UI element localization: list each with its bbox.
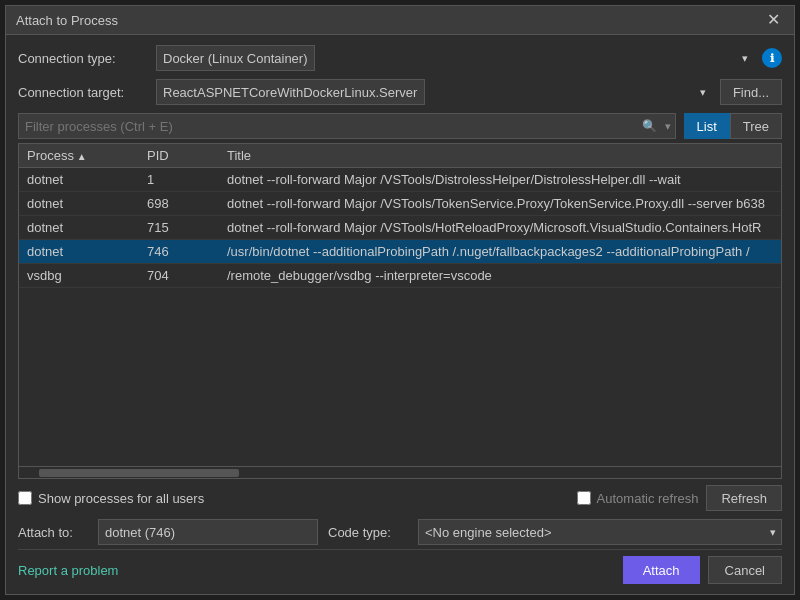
table-row[interactable]: dotnet 698 dotnet --roll-forward Major /… — [19, 192, 781, 216]
cell-process: dotnet — [19, 168, 139, 191]
table-header: Process PID Title — [19, 144, 781, 168]
bottom-controls: Show processes for all users Automatic r… — [18, 479, 782, 515]
column-header-title[interactable]: Title — [219, 144, 781, 167]
cell-pid: 698 — [139, 192, 219, 215]
search-icon: 🔍 — [638, 119, 661, 133]
attach-to-process-dialog: Attach to Process ✕ Connection type: Doc… — [5, 5, 795, 595]
dialog-title: Attach to Process — [16, 13, 118, 28]
list-view-button[interactable]: List — [684, 113, 730, 139]
connection-target-select[interactable]: ReactASPNETCoreWithDockerLinux.Server — [156, 79, 425, 105]
cell-title: /usr/bin/dotnet --additionalProbingPath … — [219, 240, 781, 263]
view-toggle: List Tree — [684, 113, 782, 139]
scrollbar-thumb — [39, 469, 239, 477]
find-button[interactable]: Find... — [720, 79, 782, 105]
code-type-label: Code type: — [328, 525, 408, 540]
attach-to-label: Attach to: — [18, 525, 88, 540]
table-row[interactable]: dotnet 746 /usr/bin/dotnet --additionalP… — [19, 240, 781, 264]
tree-view-button[interactable]: Tree — [730, 113, 782, 139]
table-row[interactable]: vsdbg 704 /remote_debugger/vsdbg --inter… — [19, 264, 781, 288]
dialog-body: Connection type: Docker (Linux Container… — [6, 35, 794, 594]
connection-target-label: Connection target: — [18, 85, 148, 100]
cell-process: dotnet — [19, 192, 139, 215]
cell-process: vsdbg — [19, 264, 139, 287]
refresh-group: Automatic refresh Refresh — [577, 485, 782, 511]
connection-target-row: Connection target: ReactASPNETCoreWithDo… — [18, 79, 782, 105]
cell-pid: 704 — [139, 264, 219, 287]
connection-type-select-wrapper: Docker (Linux Container) — [156, 45, 754, 71]
process-table: Process PID Title dotnet 1 dotnet --roll… — [18, 143, 782, 479]
show-all-users-checkbox[interactable] — [18, 491, 32, 505]
connection-type-row: Connection type: Docker (Linux Container… — [18, 45, 782, 71]
info-icon[interactable]: ℹ — [762, 48, 782, 68]
show-all-users-label: Show processes for all users — [38, 491, 204, 506]
filter-dropdown-button[interactable]: ▾ — [661, 120, 675, 133]
close-button[interactable]: ✕ — [763, 12, 784, 28]
refresh-button[interactable]: Refresh — [706, 485, 782, 511]
attach-to-row: Attach to: Code type: <No engine selecte… — [18, 515, 782, 549]
connection-type-select[interactable]: Docker (Linux Container) — [156, 45, 315, 71]
connection-target-select-wrapper: ReactASPNETCoreWithDockerLinux.Server — [156, 79, 712, 105]
code-type-select-wrapper: <No engine selected> — [418, 519, 782, 545]
table-body: dotnet 1 dotnet --roll-forward Major /VS… — [19, 168, 781, 466]
table-row[interactable]: dotnet 715 dotnet --roll-forward Major /… — [19, 216, 781, 240]
auto-refresh-checkbox[interactable] — [577, 491, 591, 505]
table-row[interactable]: dotnet 1 dotnet --roll-forward Major /VS… — [19, 168, 781, 192]
column-header-pid[interactable]: PID — [139, 144, 219, 167]
cell-pid: 1 — [139, 168, 219, 191]
column-header-process[interactable]: Process — [19, 144, 139, 167]
horizontal-scrollbar[interactable] — [19, 466, 781, 478]
cell-title: dotnet --roll-forward Major /VSTools/Hot… — [219, 216, 781, 239]
filter-input-wrapper: 🔍 ▾ — [18, 113, 676, 139]
cell-process: dotnet — [19, 240, 139, 263]
auto-refresh-label: Automatic refresh — [577, 491, 699, 506]
attach-to-input[interactable] — [98, 519, 318, 545]
connection-type-label: Connection type: — [18, 51, 148, 66]
footer-buttons: Attach Cancel — [623, 556, 782, 584]
title-bar: Attach to Process ✕ — [6, 6, 794, 35]
cell-title: /remote_debugger/vsdbg --interpreter=vsc… — [219, 264, 781, 287]
report-problem-link[interactable]: Report a problem — [18, 563, 118, 578]
filter-row: 🔍 ▾ List Tree — [18, 113, 782, 139]
attach-button[interactable]: Attach — [623, 556, 700, 584]
cell-pid: 715 — [139, 216, 219, 239]
cell-process: dotnet — [19, 216, 139, 239]
cancel-button[interactable]: Cancel — [708, 556, 782, 584]
cell-title: dotnet --roll-forward Major /VSTools/Tok… — [219, 192, 781, 215]
filter-input[interactable] — [19, 116, 638, 137]
footer-row: Report a problem Attach Cancel — [18, 549, 782, 588]
cell-pid: 746 — [139, 240, 219, 263]
code-type-select[interactable]: <No engine selected> — [418, 519, 782, 545]
cell-title: dotnet --roll-forward Major /VSTools/Dis… — [219, 168, 781, 191]
show-all-users-row: Show processes for all users — [18, 491, 569, 506]
